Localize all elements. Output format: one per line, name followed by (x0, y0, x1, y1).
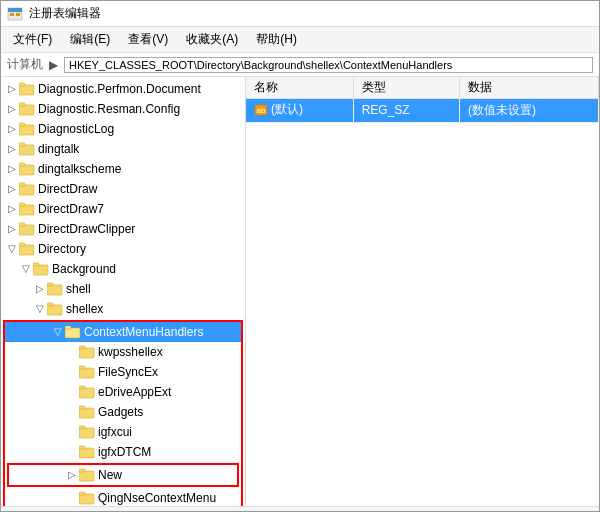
folder-icon-dingtalk (19, 142, 35, 156)
svg-rect-16 (19, 205, 34, 215)
svg-rect-38 (79, 428, 94, 438)
folder-icon-directdraw7 (19, 202, 35, 216)
toggle-diaglog[interactable]: ▷ (5, 120, 19, 138)
tree-pane-inner: ▷ Diagnostic.Perfmon.Document ▷ Diagnost… (1, 79, 245, 506)
tree-item-new[interactable]: ▷ New (9, 465, 237, 485)
svg-rect-9 (19, 123, 25, 126)
svg-text:ab: ab (257, 106, 266, 115)
menu-view[interactable]: 查看(V) (120, 29, 176, 50)
folder-icon-new (79, 468, 95, 482)
toggle-new[interactable]: ▷ (65, 466, 79, 484)
toggle-dingtalk[interactable]: ▷ (5, 140, 19, 158)
svg-rect-10 (19, 145, 34, 155)
address-label: 计算机 (7, 56, 43, 73)
tree-item-diag-resman[interactable]: ▷ Diagnostic.Resman.Config (1, 99, 245, 119)
svg-rect-24 (47, 285, 62, 295)
label-igfxcui: igfxcui (98, 423, 132, 441)
tree-item-directdraw[interactable]: ▷ DirectDraw (1, 179, 245, 199)
value-type: REG_SZ (353, 99, 459, 123)
svg-rect-29 (65, 326, 71, 329)
folder-icon-background (33, 262, 49, 276)
svg-rect-14 (19, 185, 34, 195)
svg-rect-22 (33, 265, 48, 275)
main-area: ▷ Diagnostic.Perfmon.Document ▷ Diagnost… (1, 77, 599, 506)
svg-rect-35 (79, 386, 85, 389)
tree-pane[interactable]: ▷ Diagnostic.Perfmon.Document ▷ Diagnost… (1, 77, 246, 506)
toggle-diag-resman[interactable]: ▷ (5, 100, 19, 118)
tree-item-filesyncex[interactable]: FileSyncEx (5, 362, 241, 382)
toggle-directory[interactable]: ▽ (5, 240, 19, 258)
folder-icon-directory (19, 242, 35, 256)
tree-item-edriveappext[interactable]: eDriveAppExt (5, 382, 241, 402)
value-icon: ab (254, 103, 268, 117)
label-background: Background (52, 260, 116, 278)
tree-item-dingtalk[interactable]: ▷ dingtalk (1, 139, 245, 159)
tree-item-directdraw7[interactable]: ▷ DirectDraw7 (1, 199, 245, 219)
svg-rect-40 (79, 448, 94, 458)
address-input[interactable] (64, 57, 593, 73)
label-shellex: shellex (66, 300, 103, 318)
tree-item-diaglog[interactable]: ▷ DiagnosticLog (1, 119, 245, 139)
label-diaglog: DiagnosticLog (38, 120, 114, 138)
label-directdrawclipper: DirectDrawClipper (38, 220, 135, 238)
menu-edit[interactable]: 编辑(E) (62, 29, 118, 50)
label-directdraw7: DirectDraw7 (38, 200, 104, 218)
tree-item-kwpsshellex[interactable]: kwpsshellex (5, 342, 241, 362)
label-new: New (98, 466, 122, 484)
svg-rect-6 (19, 105, 34, 115)
toggle-background[interactable]: ▽ (19, 260, 33, 278)
tree-item-directory[interactable]: ▽ Directory (1, 239, 245, 259)
tree-item-igfxcui[interactable]: igfxcui (5, 422, 241, 442)
menu-help[interactable]: 帮助(H) (248, 29, 305, 50)
svg-rect-19 (19, 223, 25, 226)
svg-rect-25 (47, 283, 53, 286)
svg-rect-30 (79, 348, 94, 358)
tree-item-dingtalkscheme[interactable]: ▷ dingtalkscheme (1, 159, 245, 179)
toggle-contextmenu[interactable]: ▽ (51, 323, 65, 341)
tree-item-igfxdtcm[interactable]: igfxDTCM (5, 442, 241, 462)
menu-favorites[interactable]: 收藏夹(A) (178, 29, 246, 50)
toggle-directdrawclipper[interactable]: ▷ (5, 220, 19, 238)
table-row[interactable]: ab (默认) REG_SZ (数值未设置) (246, 99, 599, 123)
label-igfxdtcm: igfxDTCM (98, 443, 151, 461)
tree-item-qingnse[interactable]: QingNseContextMenu (5, 488, 241, 506)
tree-item-directdrawclipper[interactable]: ▷ DirectDrawClipper (1, 219, 245, 239)
label-diag-resman: Diagnostic.Resman.Config (38, 100, 180, 118)
menu-file[interactable]: 文件(F) (5, 29, 60, 50)
svg-rect-12 (19, 165, 34, 175)
svg-rect-42 (79, 471, 94, 481)
svg-rect-8 (19, 125, 34, 135)
menu-bar: 文件(F) 编辑(E) 查看(V) 收藏夹(A) 帮助(H) (1, 27, 599, 53)
svg-rect-21 (19, 243, 25, 246)
label-contextmenu: ContextMenuHandlers (84, 323, 203, 341)
svg-rect-23 (33, 263, 39, 266)
folder-icon-directdraw (19, 182, 35, 196)
value-table: 名称 类型 数据 ab (默认) (246, 77, 599, 123)
tree-item-shellex[interactable]: ▽ shellex (1, 299, 245, 319)
folder-icon-diaglog (19, 122, 35, 136)
folder-icon-qingnse (79, 491, 95, 505)
svg-rect-32 (79, 368, 94, 378)
regedit-window: 注册表编辑器 文件(F) 编辑(E) 查看(V) 收藏夹(A) 帮助(H) 计算… (0, 0, 600, 512)
toggle-diag-perf[interactable]: ▷ (5, 80, 19, 98)
tree-item-shell[interactable]: ▷ shell (1, 279, 245, 299)
tree-item-gadgets[interactable]: Gadgets (5, 402, 241, 422)
folder-icon-gadgets (79, 405, 95, 419)
toggle-directdraw7[interactable]: ▷ (5, 200, 19, 218)
label-diag-perf: Diagnostic.Perfmon.Document (38, 80, 201, 98)
folder-icon-shellex (47, 302, 63, 316)
toggle-dingtalkscheme[interactable]: ▷ (5, 160, 19, 178)
toggle-directdraw[interactable]: ▷ (5, 180, 19, 198)
label-dingtalk: dingtalk (38, 140, 79, 158)
folder-icon-kwpsshellex (79, 345, 95, 359)
tree-item-diag-perf[interactable]: ▷ Diagnostic.Perfmon.Document (1, 79, 245, 99)
toggle-shellex[interactable]: ▽ (33, 300, 47, 318)
svg-rect-41 (79, 446, 85, 449)
folder-icon-shell (47, 282, 63, 296)
toggle-shell[interactable]: ▷ (33, 280, 47, 298)
svg-rect-11 (19, 143, 25, 146)
tree-item-background[interactable]: ▽ Background (1, 259, 245, 279)
tree-item-contextmenu[interactable]: ▽ ContextMenuHandlers (5, 322, 241, 342)
svg-rect-31 (79, 346, 85, 349)
svg-rect-44 (79, 494, 94, 504)
